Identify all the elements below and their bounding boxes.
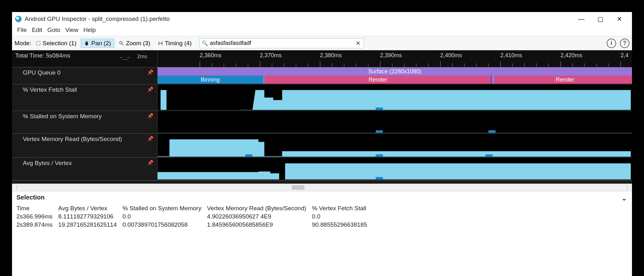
svg-rect-12: [245, 154, 252, 157]
hscroll-left-arrow[interactable]: 〈: [12, 185, 20, 190]
app-window: Android GPU Inspector - split_compressed…: [12, 12, 632, 276]
selection-title: Selection: [16, 194, 628, 201]
mode-label: Mode:: [15, 40, 31, 47]
gpu-queue-content[interactable]: Surface (2280x1080) BinningRenderRender: [158, 67, 632, 84]
scale-bracket-icon: ⌐___⌐: [120, 55, 129, 60]
zoom-scale: 2ms: [137, 53, 147, 60]
svg-rect-13: [376, 154, 383, 157]
menubar: File Edit Goto View Help: [12, 25, 632, 36]
hscroll-track[interactable]: [20, 185, 624, 190]
mode-timing[interactable]: Timing (4): [155, 39, 195, 48]
hscroll-right-arrow[interactable]: 〉: [624, 185, 632, 190]
mode-pan[interactable]: Pan (2): [81, 39, 114, 48]
pan-icon: [84, 41, 89, 46]
ruler-row: Total Time: 5s084ms ⌐___⌐ 2ms 2,360ms2,3…: [12, 50, 632, 67]
menu-edit[interactable]: Edit: [30, 26, 44, 34]
total-time: Total Time: 5s084ms: [15, 52, 70, 59]
app-icon: [15, 16, 22, 22]
ruler-tick-label: 2,380ms: [320, 52, 342, 59]
ruler-label: Total Time: 5s084ms ⌐___⌐ 2ms: [12, 50, 158, 67]
ruler-tick-label: 2,400ms: [440, 52, 462, 59]
track-label[interactable]: % Stalled on System Memory📌: [12, 111, 158, 133]
search-icon: 🔍: [202, 40, 208, 46]
gpu-sub-render[interactable]: Render: [265, 76, 491, 84]
titlebar: Android GPU Inspector - split_compressed…: [12, 12, 632, 25]
ruler-tick-label: 2,390ms: [380, 52, 402, 59]
svg-line-2: [122, 44, 123, 45]
track-row: Avg Bytes / Vertex📌: [12, 158, 632, 181]
svg-rect-16: [376, 177, 383, 180]
selection-panel: ⌄ Selection TimeAvg Bytes / Vertex% Stal…: [12, 191, 632, 276]
help-button[interactable]: ?: [620, 39, 629, 48]
mode-selection[interactable]: Selection (1): [33, 39, 80, 48]
pin-icon[interactable]: 📌: [147, 136, 153, 142]
mode-zoom[interactable]: Zoom (3): [116, 39, 153, 48]
window-title: Android GPU Inspector - split_compressed…: [25, 15, 170, 22]
hscrollbar[interactable]: 〈 〉: [12, 184, 632, 191]
hscroll-thumb[interactable]: [292, 185, 304, 190]
ruler-tick-label: 2,4: [621, 52, 628, 59]
track-label[interactable]: % Vertex Fetch Stall📌: [12, 84, 158, 111]
selection-column-header[interactable]: % Vertex Fetch Stall: [312, 204, 373, 212]
search-clear-button[interactable]: ✕: [354, 40, 362, 47]
gpu-surface-bar[interactable]: Surface (2280x1080): [158, 67, 632, 76]
time-ruler[interactable]: 2,360ms2,370ms2,380ms2,390ms2,400ms2,410…: [158, 50, 632, 67]
selection-icon: [36, 41, 41, 46]
zoom-icon: [119, 41, 124, 46]
timeline-bottom-strip: [12, 181, 632, 184]
search-box[interactable]: 🔍 ✕: [199, 38, 364, 48]
gpu-sub-binning[interactable]: Binning: [158, 76, 263, 84]
selection-collapse-button[interactable]: ⌄: [622, 194, 627, 202]
track-label[interactable]: Avg Bytes / Vertex📌: [12, 158, 158, 180]
track-content[interactable]: [158, 84, 632, 111]
selection-column-header[interactable]: Vertex Memory Read (Bytes/Second): [207, 204, 312, 212]
timeline: Total Time: 5s084ms ⌐___⌐ 2ms 2,360ms2,3…: [12, 50, 632, 184]
selection-column-header[interactable]: Time: [16, 204, 58, 212]
svg-rect-0: [36, 41, 40, 45]
table-row[interactable]: 2s389.874ms19.2871652816251140.007389701…: [16, 221, 373, 229]
pin-icon[interactable]: 📌: [147, 69, 153, 75]
selection-column-header[interactable]: % Stalled on System Memory: [122, 204, 207, 212]
menu-file[interactable]: File: [15, 26, 29, 34]
track-row: % Stalled on System Memory📌: [12, 111, 632, 134]
search-input[interactable]: [210, 40, 354, 46]
ruler-tick-label: 2,360ms: [200, 52, 222, 59]
menu-goto[interactable]: Goto: [45, 26, 62, 34]
table-row[interactable]: 2s366.996ms8.1111827793291060.04.9022603…: [16, 212, 373, 221]
track-content[interactable]: [158, 111, 632, 133]
gpu-sub-render[interactable]: Render: [494, 76, 632, 84]
menu-view[interactable]: View: [64, 26, 80, 34]
svg-rect-10: [488, 130, 495, 133]
pin-icon[interactable]: 📌: [147, 113, 153, 119]
svg-rect-9: [376, 130, 383, 133]
track-label[interactable]: Vertex Memory Read (Bytes/Second)📌: [12, 134, 158, 157]
menu-help[interactable]: Help: [81, 26, 97, 34]
track-content[interactable]: [158, 134, 632, 157]
ruler-tick-label: 2,410ms: [500, 52, 522, 59]
track-row: Vertex Memory Read (Bytes/Second)📌: [12, 134, 632, 158]
track-label-gpu-queue[interactable]: GPU Queue 0 📌: [12, 67, 158, 84]
track-row: % Vertex Fetch Stall📌: [12, 84, 632, 111]
ruler-tick-label: 2,420ms: [560, 52, 582, 59]
toolbar: Mode: Selection (1) Pan (2) Zoom (3): [12, 36, 632, 50]
ruler-tick-label: 2,370ms: [260, 52, 282, 59]
info-button[interactable]: i: [607, 39, 616, 48]
selection-column-header[interactable]: Avg Bytes / Vertex: [58, 204, 122, 212]
minimize-button[interactable]: —: [572, 15, 591, 23]
svg-rect-14: [485, 154, 492, 157]
timing-icon: [158, 41, 163, 46]
maximize-button[interactable]: ▢: [591, 15, 610, 23]
svg-rect-7: [376, 107, 383, 110]
close-button[interactable]: ✕: [610, 15, 629, 23]
svg-point-1: [120, 41, 122, 44]
selection-table: TimeAvg Bytes / Vertex% Stalled on Syste…: [16, 204, 373, 229]
pin-icon[interactable]: 📌: [147, 160, 153, 166]
track-gpu-queue: GPU Queue 0 📌 Surface (2280x1080) Binnin…: [12, 67, 632, 84]
pin-icon[interactable]: 📌: [147, 86, 153, 92]
track-content[interactable]: [158, 158, 632, 180]
